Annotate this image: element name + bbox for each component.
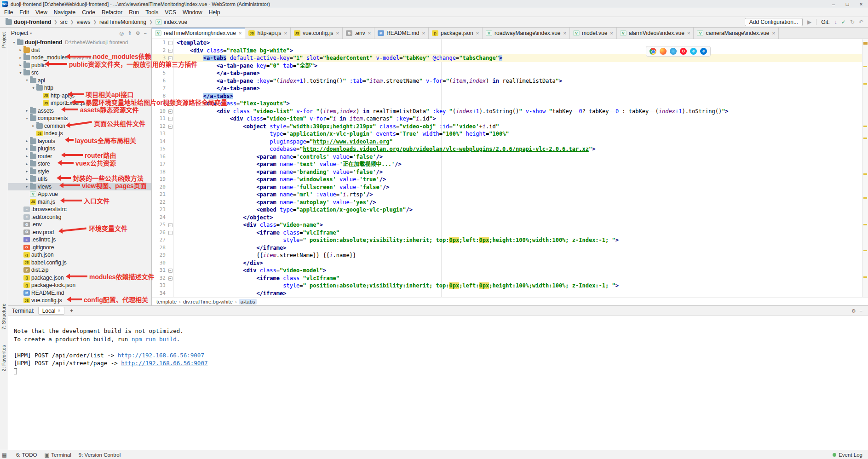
project-panel-title[interactable]: Project	[11, 30, 28, 36]
run-icon[interactable]: ▶	[807, 19, 811, 25]
tree-item-dist[interactable]: ▸dist	[8, 46, 151, 54]
tree-item-.env.prod[interactable]: .env.prod	[8, 229, 151, 236]
tree-item-index.js[interactable]: index.js	[8, 130, 151, 138]
firefox-browser-icon[interactable]	[660, 48, 667, 55]
fold-marker[interactable]: −	[167, 221, 174, 229]
breadcrumb-item-index.vue[interactable]: index.vue	[155, 19, 188, 25]
expand-arrow-icon[interactable]: ▸	[24, 154, 30, 158]
breadcrumb-item-views[interactable]: views	[75, 19, 91, 25]
editor-tab-package.json[interactable]: package.json×	[429, 28, 483, 39]
git-update-icon[interactable]: ↓	[834, 19, 837, 25]
tree-item-importExcel.js[interactable]: importExcel.js	[8, 99, 151, 107]
expand-arrow-icon[interactable]: ▸	[17, 56, 23, 60]
editor-tab-.env[interactable]: .env×	[343, 28, 374, 39]
expand-arrow-icon[interactable]: ▾	[30, 86, 36, 90]
tree-item-babel.config.js[interactable]: babel.config.js	[8, 259, 151, 267]
fold-marker[interactable]: −	[167, 229, 174, 237]
expand-arrow-icon[interactable]: ▸	[24, 147, 30, 151]
code-editor[interactable]: 1−<template>2− <div class="realTime bg-w…	[152, 39, 868, 297]
safari-browser-icon[interactable]	[670, 48, 677, 55]
close-icon[interactable]: ×	[476, 30, 479, 36]
new-terminal-button[interactable]: +	[68, 308, 75, 314]
tree-item-utils[interactable]: ▸utils	[8, 175, 151, 183]
close-icon[interactable]: ×	[57, 308, 60, 313]
close-icon[interactable]: ×	[563, 30, 566, 36]
expand-arrow-icon[interactable]: ▸	[30, 124, 36, 128]
tool-button-favorites[interactable]: 2: Favorites	[1, 345, 6, 371]
collapse-all-icon[interactable]: ⇑	[126, 30, 133, 36]
toolwindow-switcher-icon[interactable]: ▦	[2, 452, 9, 458]
edge-browser-icon[interactable]: e	[700, 48, 707, 55]
fold-marker[interactable]: −	[167, 39, 174, 47]
tree-item-.gitignore[interactable]: .gitignore	[8, 244, 151, 252]
expand-arrow-icon[interactable]: ▸	[17, 63, 23, 67]
settings-icon[interactable]: ⚙	[850, 308, 858, 314]
expand-arrow-icon[interactable]: ▾	[17, 71, 23, 75]
close-icon[interactable]: ×	[422, 30, 425, 36]
fold-marker[interactable]: −	[167, 115, 174, 123]
tool-button-structure[interactable]: 7: Structure	[1, 304, 6, 330]
close-icon[interactable]: ×	[772, 30, 775, 36]
status-todo[interactable]: 6: TODO	[16, 452, 37, 458]
status-terminal[interactable]: ▣Terminal	[44, 452, 71, 458]
chrome-browser-icon[interactable]	[650, 48, 656, 55]
fold-marker[interactable]: −	[167, 108, 174, 115]
menu-vcs[interactable]: VCS	[161, 9, 179, 16]
status-version-control[interactable]: 9: Version Control	[79, 452, 121, 458]
menu-run[interactable]: Run	[126, 9, 142, 16]
tree-item-.env[interactable]: .env	[8, 221, 151, 229]
editor-breadcrumb-template[interactable]: template	[156, 299, 177, 304]
tree-item-router[interactable]: ▸router	[8, 153, 151, 161]
window-maximize-button[interactable]: □	[840, 0, 854, 8]
menu-tools[interactable]: Tools	[142, 9, 161, 16]
close-icon[interactable]: ×	[239, 30, 241, 36]
menu-file[interactable]: File	[1, 9, 16, 16]
tree-item-common[interactable]: ▸common	[8, 122, 151, 130]
expand-arrow-icon[interactable]: ▸	[17, 48, 23, 52]
close-icon[interactable]: ×	[284, 30, 287, 36]
tree-item-.browserslistrc[interactable]: .browserslistrc	[8, 206, 151, 213]
expand-arrow-icon[interactable]: ▸	[24, 184, 30, 189]
editor-tab-model.vue[interactable]: model.vue×	[570, 28, 617, 39]
tree-item-App.vue[interactable]: App.vue	[8, 190, 151, 198]
tree-item-dist.zip[interactable]: dist.zip	[8, 266, 151, 274]
tree-item-.eslintrc.js[interactable]: .eslintrc.js	[8, 236, 151, 244]
tree-item-node_modules[interactable]: ▸node_moduleslibrary root	[8, 54, 151, 62]
expand-arrow-icon[interactable]: ▸	[24, 177, 30, 181]
tree-item-http[interactable]: ▾http	[8, 84, 151, 92]
editor-tab-realTimeMonitoringindex.vue[interactable]: realTimeMonitoring\index.vue×	[152, 28, 245, 39]
tree-item-views[interactable]: ▸views	[8, 183, 151, 191]
close-icon[interactable]: ×	[336, 30, 339, 36]
tree-item-.editorconfig[interactable]: .editorconfig	[8, 213, 151, 221]
editor-tab-vue.config.js[interactable]: vue.config.js×	[291, 28, 343, 39]
inspection-scrollbar[interactable]	[862, 39, 868, 297]
window-minimize-button[interactable]: –	[827, 0, 840, 8]
terminal-link[interactable]: http://192.168.66.56:9007	[118, 352, 204, 359]
fold-marker[interactable]: −	[167, 275, 174, 282]
expand-arrow-icon[interactable]: ▸	[24, 109, 30, 113]
terminal-link[interactable]: http://192.168.66.56:9007	[121, 360, 207, 367]
editor-tab-cameraManageindex.vue[interactable]: cameraManage\index.vue×	[694, 28, 779, 39]
terminal-tab-local[interactable]: Local ×	[38, 307, 65, 315]
tool-button-project[interactable]: Project	[1, 32, 6, 48]
breadcrumb-item-realTimeMonitoring[interactable]: realTimeMonitoring	[98, 19, 147, 25]
editor-tab-http-api.js[interactable]: http-api.js×	[245, 28, 290, 39]
menu-refactor[interactable]: Refactor	[98, 9, 126, 16]
fold-marker[interactable]: −	[167, 267, 174, 275]
expand-arrow-icon[interactable]: ▾	[24, 116, 30, 120]
close-icon[interactable]: ×	[610, 30, 613, 36]
tree-item-components[interactable]: ▾components	[8, 115, 151, 122]
expand-arrow-icon[interactable]: ▾	[24, 78, 30, 82]
tree-item-src[interactable]: ▾src	[8, 69, 151, 77]
minimize-icon[interactable]: −	[858, 308, 864, 314]
terminal-output[interactable]: Note that the development build is not o…	[8, 316, 868, 450]
hide-panel-icon[interactable]: −	[142, 30, 149, 36]
editor-breadcrumb-a-tabs[interactable]: a-tabs	[239, 299, 257, 304]
menu-view[interactable]: View	[32, 9, 51, 16]
tree-item-package.json[interactable]: package.json	[8, 274, 151, 282]
breadcrumb-item-duoji-frontend[interactable]: duoji-frontend	[5, 19, 52, 25]
event-log-item[interactable]: Event Log	[833, 452, 862, 458]
menu-navigate[interactable]: Navigate	[51, 9, 79, 16]
ie-browser-icon[interactable]: e	[690, 48, 697, 55]
settings-icon[interactable]: ⚙	[134, 30, 142, 36]
